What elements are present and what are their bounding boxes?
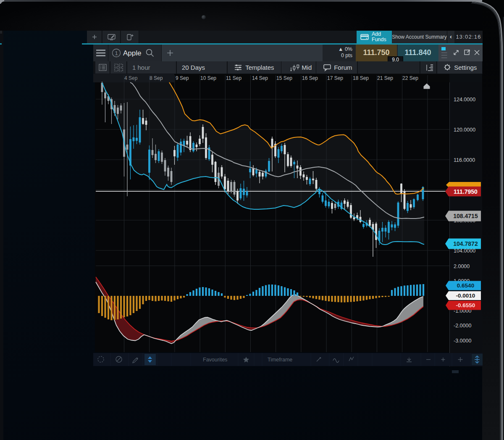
svg-text:108.4715: 108.4715: [453, 213, 478, 219]
svg-text:116.0000: 116.0000: [454, 157, 475, 163]
svg-text:-0.6550: -0.6550: [456, 302, 475, 308]
svg-text:Favourites: Favourites: [203, 357, 227, 363]
svg-text:2.0000: 2.0000: [454, 263, 470, 269]
svg-text:-3.0000: -3.0000: [454, 338, 471, 344]
svg-text:1: 1: [115, 50, 118, 56]
svg-text:-2.0000: -2.0000: [454, 323, 471, 329]
svg-text:124.0000: 124.0000: [454, 97, 475, 103]
svg-text:111.7950: 111.7950: [454, 188, 478, 195]
svg-text:104.7872: 104.7872: [453, 240, 478, 247]
svg-text:120.0000: 120.0000: [454, 127, 475, 133]
svg-text:0.6540: 0.6540: [457, 282, 474, 289]
svg-text:Timeframe: Timeframe: [268, 357, 292, 363]
svg-text:-0.0010: -0.0010: [456, 292, 475, 299]
svg-text:Apple: Apple: [123, 49, 141, 57]
